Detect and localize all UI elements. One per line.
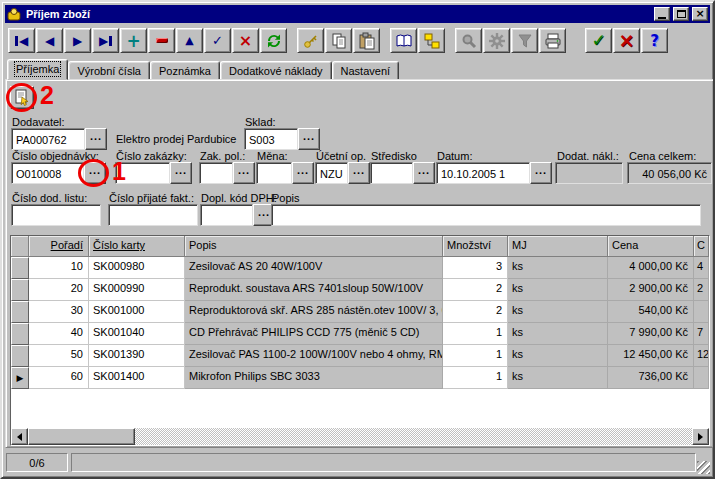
structure-button[interactable] (418, 28, 445, 53)
add-record-button[interactable]: + (120, 28, 147, 53)
dph-field[interactable] (200, 204, 253, 226)
table-row[interactable]: 10 SK000980 Zesilovač AS 20 40W/100V 3 k… (11, 257, 709, 279)
datum-field[interactable]: 10.10.2005 1 (436, 162, 530, 184)
scroll-right-button[interactable] (692, 428, 709, 445)
cell-cena: 7 990,00 Kč (608, 323, 694, 345)
ucetni-lookup-button[interactable]: ... (348, 162, 370, 184)
table-row[interactable]: 50 SK001390 Zesilovač PAS 1100-2 100W/10… (11, 345, 709, 367)
header-mnozstvi: Množství (443, 236, 508, 257)
copy-button[interactable] (325, 28, 352, 53)
ucetni-field[interactable]: NZU (315, 162, 348, 184)
triangle-up-icon: ▲ (185, 34, 193, 47)
sklad-field[interactable]: S003 (244, 128, 298, 150)
zakpol-field[interactable] (199, 162, 233, 184)
last-record-icon: ▶ (99, 34, 112, 48)
sklad-lookup-button[interactable]: ... (298, 128, 320, 150)
row-selector[interactable]: ▶ (11, 367, 29, 389)
ellipsis-icon: ... (175, 163, 187, 177)
close-icon: × (695, 9, 704, 19)
edit-record-button[interactable]: ▲ (176, 28, 203, 53)
dodavatel-field[interactable]: PA000762 (11, 128, 85, 150)
table-row-current[interactable]: ▶ 60 SK001400 Mikrofon Philips SBC 3033 … (11, 367, 709, 389)
catalog-button[interactable] (390, 28, 417, 53)
dodlist-field[interactable] (11, 204, 101, 226)
minimize-button[interactable] (654, 7, 670, 21)
printer-icon (544, 32, 562, 50)
tab-dodatkove-naklady[interactable]: Dodatkové náklady (220, 61, 332, 80)
cell-mnozstvi: 1 (443, 367, 508, 389)
dodlist-label: Číslo dod. listu: (12, 192, 87, 204)
cell-mj: ks (508, 323, 608, 345)
stredisko-lookup-button[interactable]: ... (413, 162, 435, 184)
datum-group: 10.10.2005 1 ... (436, 162, 552, 184)
tab-nastaveni[interactable]: Nastavení (332, 61, 400, 80)
datum-lookup-button[interactable]: ... (530, 162, 552, 184)
objednavka-field[interactable]: O010008 (11, 162, 84, 184)
cena-celkem-field: 40 056,00 Kč (627, 162, 712, 184)
zakazka-lookup-button[interactable]: ... (170, 162, 192, 184)
row-selector[interactable] (11, 301, 29, 323)
resize-grip-icon[interactable] (697, 461, 710, 474)
cell-mj: ks (508, 345, 608, 367)
popis-field[interactable] (271, 204, 701, 226)
row-selector[interactable] (11, 323, 29, 345)
row-selector[interactable] (11, 345, 29, 367)
check-icon: ✓ (212, 33, 223, 48)
cell-popis: Zesilovač PAS 1100-2 100W/100V nebo 4 oh… (185, 345, 443, 367)
storno-button[interactable]: × (613, 28, 640, 53)
funnel-icon (516, 32, 534, 50)
mena-field[interactable] (256, 162, 292, 184)
first-record-button[interactable]: ◀ (8, 28, 35, 53)
tab-page-prijemka: 2 Dodavatel: PA000762 ... Elektro prodej… (5, 79, 714, 448)
tab-prijemka[interactable]: Příjemka (7, 59, 68, 80)
dph-group: ... (200, 204, 275, 226)
maximize-button[interactable] (673, 7, 689, 21)
table-row[interactable]: 40 SK001040 CD Přehrávač PHILIPS CCD 775… (11, 323, 709, 345)
post-record-button[interactable]: ✓ (204, 28, 231, 53)
row-selector[interactable] (11, 279, 29, 301)
cell-mnozstvi: 2 (443, 279, 508, 301)
cancel-edit-button[interactable]: × (232, 28, 259, 53)
fakt-label: Číslo přijaté fakt.: (109, 192, 194, 204)
scrollbar-track[interactable] (135, 428, 692, 445)
prev-record-button[interactable]: ◀ (36, 28, 63, 53)
refresh-button[interactable] (260, 28, 287, 53)
cell-cislo-karty: SK001040 (89, 323, 185, 345)
tab-vyrobni-cisla[interactable]: Výrobní čísla (68, 61, 150, 80)
ok-button[interactable]: ✓ (585, 28, 612, 53)
table-row[interactable]: 20 SK000990 Reprodukt. soustava ARS 7401… (11, 279, 709, 301)
print-button[interactable] (539, 28, 566, 53)
zakpol-lookup-button[interactable]: ... (233, 162, 255, 184)
close-button[interactable]: × (692, 7, 708, 21)
cell-poradi: 30 (29, 301, 89, 323)
key-button[interactable] (297, 28, 324, 53)
scrollbar-thumb[interactable] (28, 428, 135, 445)
scroll-left-button[interactable] (11, 428, 28, 445)
last-record-button[interactable]: ▶ (92, 28, 119, 53)
header-poradi[interactable]: Pořadí (29, 236, 89, 257)
refresh-icon (265, 32, 283, 50)
search-button[interactable] (455, 28, 482, 53)
mena-lookup-button[interactable]: ... (292, 162, 314, 184)
table-row[interactable]: 30 SK001000 Reproduktorová skř. ARS 285 … (11, 301, 709, 323)
paste-button[interactable] (353, 28, 380, 53)
header-popis: Popis (185, 236, 443, 257)
next-record-button[interactable]: ▶ (64, 28, 91, 53)
header-cislo-karty[interactable]: Číslo karty (89, 236, 185, 257)
titlebar: Příjem zboží × (5, 5, 710, 23)
settings-button[interactable] (483, 28, 510, 53)
fakt-field[interactable] (108, 204, 198, 226)
stredisko-field[interactable] (370, 162, 413, 184)
row-selector[interactable] (11, 257, 29, 279)
delete-record-button[interactable] (148, 28, 175, 53)
cell-cislo-karty: SK000980 (89, 257, 185, 279)
tab-poznamka[interactable]: Poznámka (150, 61, 220, 80)
dodavatel-lookup-button[interactable]: ... (85, 128, 107, 150)
current-row-marker-icon: ▶ (17, 373, 24, 383)
dodat-group (555, 162, 623, 184)
ellipsis-icon: ... (353, 163, 365, 177)
help-button[interactable]: ? (641, 28, 668, 53)
filter-button[interactable] (511, 28, 538, 53)
stredisko-label: Středisko (371, 150, 417, 162)
copy-icon (330, 32, 348, 50)
